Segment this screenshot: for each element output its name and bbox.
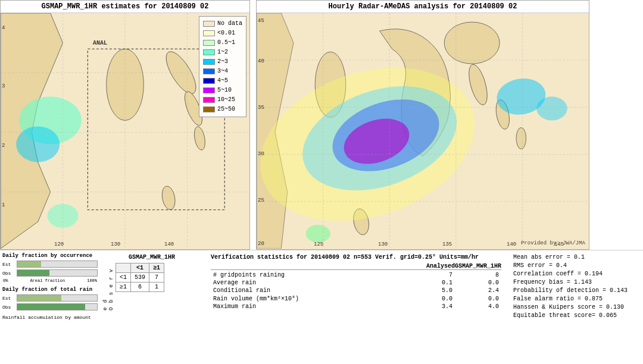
left-map-content: 4 3 2 1 120 130 140 ANAL No data <box>1 13 249 249</box>
occurrence-axis: 0% Areal fraction 100% <box>2 278 98 283</box>
left-y-axis-1: 1 <box>2 202 5 208</box>
verif-row-analysed: 7 <box>419 271 455 279</box>
contingency-table-wrapper: <1 ≥1 <1 539 7 ≥1 <box>116 263 164 292</box>
legend-item-12: 1~2 <box>203 48 242 57</box>
verif-tbody: # gridpoints raining 7 8 Average rain 0.… <box>211 271 501 310</box>
right-x-130: 130 <box>378 241 388 247</box>
legend-color-12 <box>203 49 215 55</box>
contingency-header-empty <box>116 263 131 273</box>
est-rain-bar-container <box>17 294 98 302</box>
left-x-axis-140: 140 <box>164 241 174 247</box>
obs-occurrence-bar-container <box>17 269 98 277</box>
right-y-30: 30 <box>258 151 264 157</box>
false-alarm-ratio: False alarm ratio = 0.875 <box>513 296 637 302</box>
right-map-panel: Hourly Radar-AMeDAS analysis for 2014080… <box>256 0 589 250</box>
est-occurrence-bar-container <box>17 261 98 268</box>
legend-item-051: 0.5~1 <box>203 38 242 48</box>
obs-occurrence-bar-row: Obs <box>2 269 98 277</box>
legend-color-23 <box>203 59 215 65</box>
verif-row-gsmap: 2.4 <box>455 287 501 294</box>
legend-label-45: 4~5 <box>217 76 228 86</box>
legend-label-34: 3~4 <box>217 67 228 76</box>
rms-error: RMS error = 0.4 <box>513 262 637 269</box>
right-map-watermark: Provided by: JWA/JMA <box>521 240 585 246</box>
left-map-panel: GSMAP_MWR_1HR estimates for 20140809 02 <box>0 0 250 250</box>
verification-title: Verification statistics for 20140809 02 … <box>211 254 501 261</box>
legend-label-001: <0.01 <box>217 29 235 38</box>
verif-data-row: Average rain 0.1 0.0 <box>211 279 501 287</box>
est-occurrence-label: Est <box>2 262 15 267</box>
hanssen-kuipers: Hanssen & Kuipers score = 0.130 <box>513 304 637 310</box>
legend-label-nodata: No data <box>217 19 242 29</box>
axis-100pct: 100% <box>87 278 97 283</box>
svg-point-21 <box>444 22 500 64</box>
obs-occurrence-bar-fill <box>17 270 49 276</box>
verif-col-analysed: Analysed <box>419 263 455 270</box>
verif-row-gsmap: 0.0 <box>455 279 501 287</box>
occurrence-title: Daily fraction by occurrence <box>2 253 98 259</box>
contingency-val-lt1-ge1: 7 <box>149 273 164 283</box>
legend-item-23: 2~3 <box>203 57 242 67</box>
left-map-title: GSMAP_MWR_1HR estimates for 20140809 02 <box>1 1 249 13</box>
right-y-20: 20 <box>258 241 264 247</box>
observed-vertical-label: O b s e r v e d <box>102 263 114 310</box>
left-y-axis-4: 4 <box>2 25 5 31</box>
legend-color-001 <box>203 30 215 36</box>
verification-section: Verification statistics for 20140809 02 … <box>206 253 506 362</box>
accumulation-title: Rainfall accumulation by amount <box>2 315 98 320</box>
verif-row-gsmap: 4.0 <box>455 303 501 310</box>
legend-color-34 <box>203 68 215 74</box>
anal-label: ANAL <box>93 40 107 46</box>
right-map-svg <box>257 13 589 249</box>
svg-point-20 <box>516 127 526 149</box>
bar-charts-section: Daily fraction by occurrence Est Obs 0% … <box>2 253 98 362</box>
contingency-header-ge1: ≥1 <box>149 263 164 273</box>
stats-row: Daily fraction by occurrence Est Obs 0% … <box>0 250 643 364</box>
right-y-45: 45 <box>258 18 264 24</box>
axis-0pct: 0% <box>3 278 8 283</box>
svg-point-7 <box>16 126 60 162</box>
contingency-val-lt1-lt1: 539 <box>131 273 149 283</box>
verif-data-row: Maximum rain 3.4 4.0 <box>211 303 501 310</box>
contingency-row-label-ge1: ≥1 <box>116 283 131 292</box>
contingency-title: GSMAP_MWR_1HR <box>102 254 201 261</box>
legend-item-001: <0.01 <box>203 29 242 38</box>
equitable-threat: Equitable threat score= 0.065 <box>513 312 637 319</box>
scores-section: Mean abs error = 0.1 RMS error = 0.4 Cor… <box>510 253 641 362</box>
left-x-axis-130: 130 <box>111 241 120 247</box>
est-rain-bar-fill <box>17 295 61 301</box>
verif-row-label: Rain volume (mm*km²×10⁶) <box>211 294 419 303</box>
right-map-content: 45 40 35 30 25 20 125 130 135 140 145 Pr… <box>257 13 589 249</box>
legend-label-23: 2~3 <box>217 57 228 67</box>
est-rain-bar-row: Est <box>2 294 98 302</box>
contingency-row-lt1: <1 539 7 <box>116 273 164 283</box>
contingency-row-ge1: ≥1 6 1 <box>116 283 164 292</box>
legend-color-510 <box>203 87 215 93</box>
obs-rain-bar-container <box>17 303 98 310</box>
obs-occurrence-label: Obs <box>2 271 15 276</box>
left-x-axis-120: 120 <box>54 241 64 247</box>
rain-title: Daily fraction of total rain <box>2 287 98 293</box>
verif-row-label: # gridpoints raining <box>211 271 419 279</box>
est-occurrence-bar-row: Est <box>2 261 98 268</box>
legend-color-nodata <box>203 21 215 27</box>
legend-color-1025 <box>203 97 215 103</box>
obs-rain-bar-fill <box>17 304 85 310</box>
left-y-axis-2: 2 <box>2 143 5 149</box>
verif-data-row: Conditional rain 5.0 2.4 <box>211 287 501 294</box>
legend-item-34: 3~4 <box>203 67 242 76</box>
verif-row-gsmap: 8 <box>455 271 501 279</box>
right-y-40: 40 <box>258 58 264 64</box>
verif-row-gsmap: 0.0 <box>455 294 501 303</box>
legend-label-12: 1~2 <box>217 48 228 57</box>
verif-data-row: # gridpoints raining 7 8 <box>211 271 501 279</box>
frequency-bias: Frequency bias = 1.143 <box>513 279 637 285</box>
obs-rain-bar-row: Obs <box>2 303 98 310</box>
verif-table: Analysed GSMAP_MWR_1HR # gridpoints rain… <box>211 263 501 310</box>
correlation-coeff: Correlation coeff = 0.194 <box>513 271 637 277</box>
legend-label-1025: 10~25 <box>217 95 235 105</box>
legend-item-45: 4~5 <box>203 76 242 86</box>
maps-row: GSMAP_MWR_1HR estimates for 20140809 02 <box>0 0 643 250</box>
legend-item-nodata: No data <box>203 19 242 29</box>
est-rain-label: Est <box>2 296 15 301</box>
